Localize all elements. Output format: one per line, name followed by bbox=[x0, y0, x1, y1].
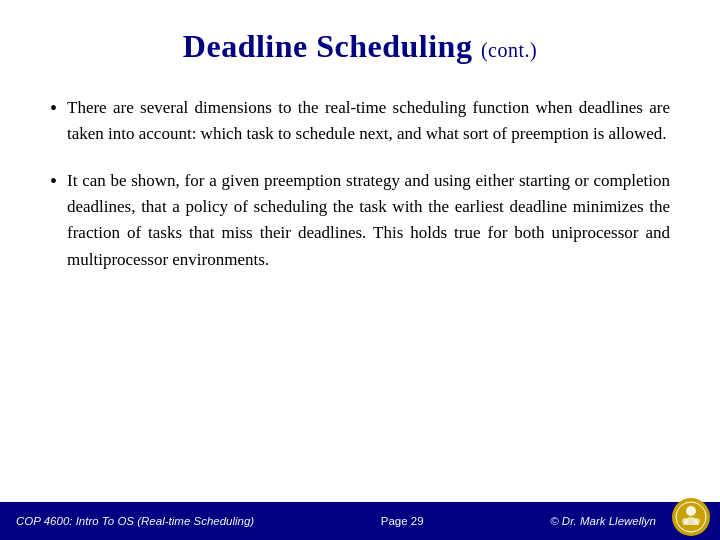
footer-logo bbox=[672, 498, 712, 538]
svg-point-1 bbox=[686, 506, 696, 516]
title-subtitle: (cont.) bbox=[481, 39, 537, 61]
footer-copyright: © Dr. Mark Llewellyn bbox=[550, 515, 656, 527]
title-main: Deadline Scheduling bbox=[183, 28, 473, 64]
slide-title: Deadline Scheduling (cont.) bbox=[0, 0, 720, 85]
bullet-dot-2: • bbox=[50, 170, 57, 193]
bullet-text-2: It can be shown, for a given preemption … bbox=[67, 168, 670, 273]
footer-page: Page 29 bbox=[381, 515, 424, 527]
bullet-dot-1: • bbox=[50, 97, 57, 120]
svg-point-2 bbox=[682, 518, 688, 524]
bullet-item-2: • It can be shown, for a given preemptio… bbox=[50, 168, 670, 273]
footer-course: COP 4600: Intro To OS (Real-time Schedul… bbox=[16, 515, 254, 527]
logo-circle bbox=[672, 498, 710, 536]
slide-container: Deadline Scheduling (cont.) • There are … bbox=[0, 0, 720, 540]
logo-svg bbox=[675, 501, 707, 533]
bullet-item-1: • There are several dimensions to the re… bbox=[50, 95, 670, 148]
slide-content: • There are several dimensions to the re… bbox=[0, 85, 720, 502]
slide-footer: COP 4600: Intro To OS (Real-time Schedul… bbox=[0, 502, 720, 540]
svg-point-3 bbox=[694, 518, 700, 524]
bullet-text-1: There are several dimensions to the real… bbox=[67, 95, 670, 148]
